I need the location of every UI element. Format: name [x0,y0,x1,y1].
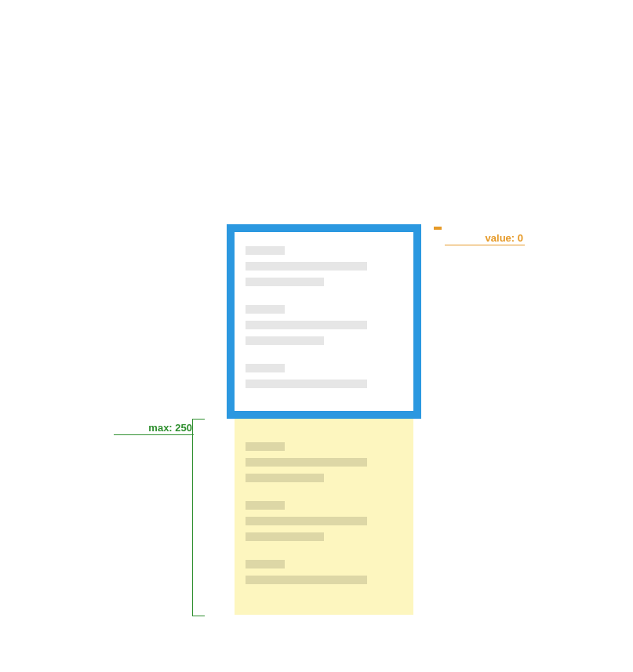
content-block [246,305,402,345]
placeholder-bar [246,278,324,286]
placeholder-bar [246,246,285,255]
overflow-panel [235,419,413,615]
placeholder-bar [246,517,367,525]
placeholder-bar [246,262,367,271]
content-block [246,364,402,388]
placeholder-bar [246,305,285,314]
placeholder-bar [246,458,367,467]
max-bracket [192,419,205,616]
placeholder-bar [246,532,324,541]
placeholder-bar [246,336,324,345]
placeholder-bar [246,576,367,584]
placeholder-bar [246,560,285,568]
overflow-content [235,419,413,584]
value-marker [434,227,442,230]
viewport-box [227,224,421,419]
placeholder-bar [246,380,367,388]
content-block [246,501,402,541]
content-block [246,442,402,482]
placeholder-bar [246,442,285,451]
placeholder-bar [246,501,285,510]
placeholder-bar [246,364,285,372]
max-label: max: 250 [114,422,194,435]
value-label: value: 0 [445,232,525,245]
content-block [246,246,402,286]
placeholder-bar [246,321,367,329]
viewport-content [235,232,413,418]
placeholder-bar [246,474,324,482]
content-block [246,560,402,584]
